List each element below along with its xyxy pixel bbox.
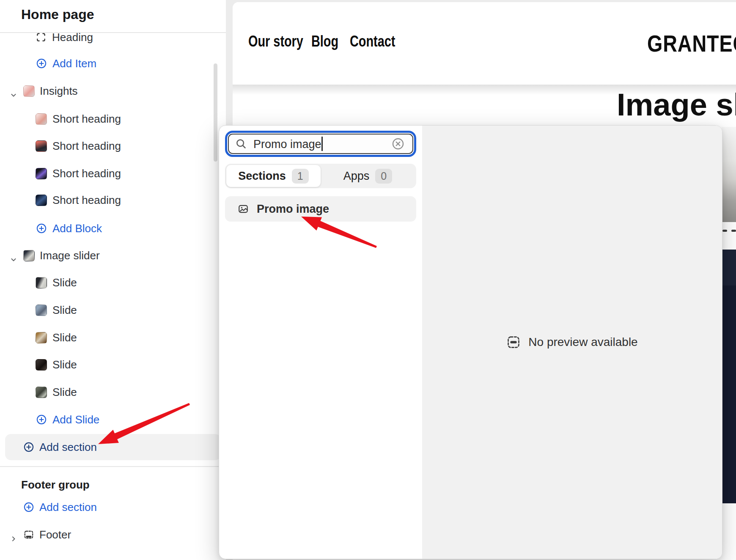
no-preview-message: No preview available — [528, 335, 637, 349]
sidebar-item-add-section[interactable]: Add section — [0, 498, 226, 516]
sidebar-item-image-slider[interactable]: Image slider — [0, 246, 226, 265]
sidebar-item-footer[interactable]: Footer — [0, 525, 226, 544]
sidebar-item-slide[interactable]: Slide — [0, 328, 226, 347]
sidebar-item-label: Short heading — [52, 194, 121, 207]
theme-editor: Our story Blog Contact GRANTECH Image sl… — [0, 0, 736, 560]
block-thumbnail — [23, 85, 35, 97]
sidebar-item-label: Slide — [52, 331, 77, 344]
tab-apps-count: 0 — [375, 169, 392, 184]
block-thumbnail — [36, 305, 47, 316]
section-placeholder-icon — [506, 335, 521, 349]
block-thumbnail — [36, 113, 47, 125]
footer-icon — [23, 529, 34, 540]
sidebar-item-add-slide[interactable]: Add Slide — [0, 410, 226, 429]
sidebar-item-label: Slide — [52, 276, 77, 289]
chevron-down-icon[interactable] — [9, 255, 18, 264]
storefront-logo[interactable]: GRANTECH — [647, 30, 736, 57]
sidebar-item-short-heading[interactable]: Short heading — [0, 137, 226, 155]
block-thumbnail — [36, 195, 47, 206]
sidebar-item-label: Heading — [52, 31, 93, 44]
section-search-field: Promo image — [225, 131, 416, 157]
block-thumbnail — [36, 359, 47, 371]
block-thumbnail — [36, 140, 47, 152]
sidebar-item-add-item[interactable]: Add Item — [0, 54, 226, 73]
tab-apps[interactable]: Apps 0 — [321, 165, 415, 187]
sidebar-item-short-heading[interactable]: Short heading — [0, 110, 226, 128]
heading-icon — [36, 32, 47, 43]
sidebar: Home page HeadingAdd ItemInsightsShort h… — [0, 0, 226, 560]
sidebar-item-slide[interactable]: Slide — [0, 273, 226, 292]
plus-circle-icon — [36, 58, 47, 69]
result-label: Promo image — [257, 203, 329, 216]
nav-link-blog[interactable]: Blog — [311, 33, 338, 50]
clear-search-icon[interactable] — [391, 137, 405, 151]
tab-sections-label: Sections — [238, 170, 286, 183]
sidebar-item-heading[interactable]: Heading — [0, 28, 226, 47]
sidebar-item-slide[interactable]: Slide — [0, 355, 226, 374]
sidebar-item-label: Footer — [39, 528, 71, 541]
plus-circle-icon — [36, 414, 47, 425]
chevron-down-icon[interactable] — [9, 91, 18, 99]
sidebar-item-label: Add section — [39, 441, 97, 454]
sidebar-item-slide[interactable]: Slide — [0, 383, 226, 401]
sidebar-item-label: Insights — [40, 85, 78, 98]
slider-pagination-dash[interactable] — [722, 230, 727, 232]
sidebar-item-label: Add Block — [52, 222, 102, 235]
plus-circle-icon — [36, 223, 47, 234]
page-section-image-sliver — [722, 250, 736, 285]
sidebar-item-label: Image slider — [40, 249, 100, 262]
sidebar-item-label: Add Item — [52, 57, 96, 70]
page-section-image-sliver — [722, 285, 736, 503]
divider — [0, 466, 226, 467]
text-caret — [321, 137, 323, 151]
plus-circle-icon — [23, 502, 34, 513]
chevron-right-icon[interactable] — [9, 535, 18, 543]
block-thumbnail — [36, 387, 47, 398]
page-title: Home page — [21, 7, 94, 22]
sidebar-item-insights[interactable]: Insights — [0, 82, 226, 100]
sidebar-item-label: Slide — [52, 358, 77, 371]
search-result-promo-image[interactable]: Promo image — [225, 196, 416, 222]
sidebar-item-add-section[interactable]: Add section — [5, 434, 221, 460]
sidebar-scrollbar[interactable] — [214, 63, 217, 162]
storefront-header: Our story Blog Contact GRANTECH — [233, 2, 736, 85]
tab-sections-count: 1 — [292, 169, 309, 184]
image-icon — [238, 203, 249, 214]
sidebar-item-label: Add section — [39, 501, 97, 514]
sidebar-item-slide[interactable]: Slide — [0, 301, 226, 319]
section-preview-pane: No preview available — [422, 126, 722, 559]
block-thumbnail — [36, 168, 47, 179]
sidebar-item-label: Add Slide — [52, 413, 99, 426]
slider-image-sliver — [722, 127, 736, 222]
sidebar-item-short-heading[interactable]: Short heading — [0, 191, 226, 209]
picker-tabs: Sections 1 Apps 0 — [225, 164, 416, 188]
footer-group-heading: Footer group — [21, 478, 90, 491]
sidebar-item-label: Short heading — [52, 140, 121, 153]
search-icon — [235, 137, 247, 150]
tab-sections[interactable]: Sections 1 — [226, 165, 321, 187]
sidebar-item-label: Slide — [52, 386, 77, 399]
block-thumbnail — [36, 277, 47, 288]
search-input[interactable]: Promo image — [253, 137, 391, 151]
tab-apps-label: Apps — [343, 170, 370, 183]
sidebar-item-short-heading[interactable]: Short heading — [0, 164, 226, 183]
sidebar-item-label: Slide — [52, 304, 77, 317]
sidebar-item-label: Short heading — [52, 167, 121, 180]
block-thumbnail — [23, 250, 35, 261]
nav-link-our-story[interactable]: Our story — [248, 33, 303, 50]
plus-circle-icon — [23, 442, 34, 453]
add-section-popover: Promo image Sections 1 Apps 0 Promo — [219, 125, 722, 559]
sidebar-item-add-block[interactable]: Add Block — [0, 219, 226, 238]
section-search-box[interactable]: Promo image — [228, 134, 413, 154]
block-thumbnail — [36, 332, 47, 343]
image-slider-section-heading: Image slider — [617, 87, 736, 123]
slider-pagination-dash[interactable] — [731, 230, 736, 232]
sidebar-item-label: Short heading — [52, 113, 121, 126]
nav-link-contact[interactable]: Contact — [350, 33, 395, 50]
